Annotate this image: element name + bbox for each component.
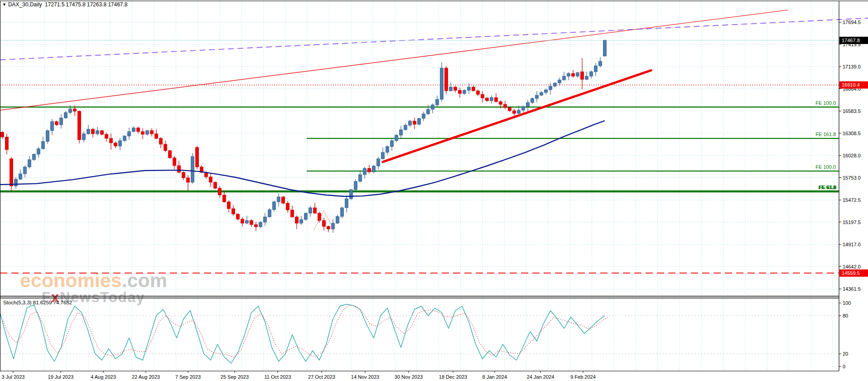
candle-bearish	[477, 91, 480, 94]
candle-bearish	[295, 217, 299, 223]
candle-bearish	[232, 209, 235, 214]
indicator-values: 81.6259 74.7652	[33, 300, 72, 305]
candle-bullish	[264, 217, 267, 222]
candle-bearish	[286, 203, 289, 210]
candle-bullish	[19, 174, 22, 179]
candle-bullish	[42, 142, 45, 149]
candle-bullish	[449, 87, 453, 91]
candle-bearish	[159, 138, 163, 144]
candle-bullish	[69, 109, 72, 112]
candle-bullish	[146, 131, 149, 134]
candle-bullish	[517, 110, 521, 113]
candle-bearish	[508, 107, 511, 111]
long-term-trendline[interactable]	[0, 10, 788, 110]
ohlc-close: 17467.8	[108, 1, 127, 8]
candle-bullish	[24, 167, 27, 174]
candle-bullish	[37, 149, 40, 154]
candle-bearish	[504, 104, 507, 107]
candle-bullish	[436, 99, 439, 105]
candle-bullish	[599, 61, 602, 66]
candle-bullish	[345, 199, 348, 208]
candle-bullish	[535, 95, 539, 98]
trading-chart-window: economies.com FxNewsToday 17694.517419.5…	[0, 0, 868, 381]
candle-bearish	[255, 225, 258, 227]
candle-bearish	[55, 122, 58, 125]
candle-bearish	[227, 202, 231, 209]
candle-bearish	[499, 102, 502, 104]
candle-bearish	[250, 220, 253, 225]
candle-bearish	[10, 159, 13, 186]
candle-bullish	[309, 208, 312, 213]
candle-bullish	[119, 141, 122, 146]
candle-bearish	[291, 210, 294, 217]
candle-bullish	[191, 156, 194, 182]
candle-bullish	[576, 73, 579, 76]
candle-bullish	[418, 118, 421, 124]
candle-bearish	[481, 94, 484, 98]
fib-level-label: FE 61.8	[818, 185, 836, 190]
candle-bearish	[486, 98, 489, 101]
candle-bullish	[82, 134, 86, 140]
fib-level-label: FE 161.8	[815, 132, 836, 137]
candle-bullish	[28, 160, 31, 167]
candle-bullish	[46, 131, 49, 142]
price-axis-area[interactable]	[839, 0, 868, 371]
fib-level-label: FE 100.0	[815, 100, 836, 106]
candle-bullish	[594, 66, 598, 72]
candle-bullish	[246, 220, 249, 223]
candle-bullish	[440, 68, 444, 99]
candle-bullish	[304, 213, 308, 220]
candle-bearish	[368, 168, 371, 172]
candle-bearish	[101, 131, 104, 134]
time-axis-area[interactable]	[0, 371, 868, 381]
candle-bullish	[128, 132, 131, 136]
candle-bearish	[223, 195, 226, 202]
candle-bullish	[603, 40, 607, 56]
candle-bullish	[554, 83, 557, 86]
chart-canvas[interactable]: 17694.517419.517139.016864.016583.516308…	[0, 0, 868, 381]
candle-bearish	[327, 226, 330, 229]
candle-bullish	[372, 166, 376, 172]
candle-bullish	[545, 90, 548, 93]
channel-projection-line[interactable]	[0, 18, 868, 60]
candle-bullish	[490, 98, 493, 101]
panel-separator-handle[interactable]	[0, 296, 839, 298]
candle-bullish	[549, 86, 552, 90]
ohlc-low: 17263.8	[87, 1, 106, 8]
candle-bearish	[513, 111, 516, 113]
candle-bullish	[468, 87, 471, 90]
candle-bearish	[413, 121, 416, 124]
candle-bullish	[64, 112, 68, 118]
candle-bullish	[400, 130, 403, 135]
candle-bearish	[137, 128, 140, 132]
candle-bearish	[182, 172, 185, 178]
candle-bullish	[404, 125, 407, 130]
candle-bearish	[173, 158, 176, 166]
candle-bullish	[563, 76, 566, 80]
candle-bearish	[495, 98, 498, 102]
candle-bullish	[14, 179, 18, 186]
candle-bearish	[164, 144, 167, 151]
symbol-dropdown-icon[interactable]: ▼	[2, 2, 6, 7]
candle-bearish	[209, 177, 212, 182]
candle-bearish	[241, 219, 244, 223]
candle-bearish	[78, 111, 81, 140]
candle-bullish	[132, 128, 135, 132]
candle-bullish	[363, 168, 366, 175]
symbol-name: DAX_30,Daily	[8, 1, 42, 8]
candle-bearish	[214, 182, 217, 188]
candle-bearish	[169, 151, 172, 158]
candle-bearish	[155, 134, 158, 138]
candle-bullish	[567, 73, 570, 76]
candle-bearish	[178, 166, 181, 172]
candle-bearish	[236, 214, 240, 219]
candle-bearish	[105, 134, 108, 138]
candle-bullish	[540, 93, 543, 95]
candle-bullish	[354, 181, 357, 190]
candle-bearish	[218, 188, 222, 195]
moving-average-line[interactable]	[0, 121, 605, 196]
candle-bullish	[277, 197, 280, 202]
candle-bullish	[273, 202, 276, 210]
candle-bearish	[454, 87, 457, 90]
candle-bullish	[522, 107, 525, 110]
